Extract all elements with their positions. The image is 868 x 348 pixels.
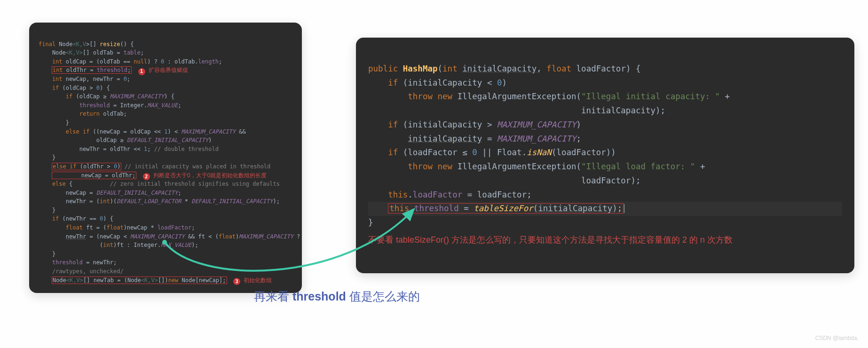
t: ; [127,76,130,82]
text-cursor-icon [624,204,624,213]
t: threshold [79,102,110,109]
badge-2: 2 [143,173,150,180]
t: ((newCap = oldCap << [93,128,165,135]
t: ; [127,67,131,73]
t: >[] [86,41,100,47]
t: [] oldTab = [83,49,124,56]
t [39,259,52,266]
t: throw new [368,92,458,101]
t: float [219,233,236,240]
t: ? [293,233,300,240]
t: MAX_VALUE [161,242,191,248]
t: + [720,92,730,101]
annotation-right: 不要看 tableSizeFor() 方法是怎么写的，只要知道这个方法是寻找大于… [368,233,842,247]
t: if [368,148,403,157]
t: (oldThr > [80,163,114,170]
badge-1: 1 [138,68,145,75]
t: , [73,277,76,284]
t: int [442,64,462,73]
t: /rawtypes, unchecked/ [52,268,124,275]
t: (oldCap > [63,85,96,91]
t: threshold [97,67,127,73]
t: this [368,190,408,199]
t: table [124,49,141,56]
t: + [695,162,705,171]
t: && [236,128,246,135]
t: DEFAULT_INITIAL_CAPACITY [127,137,208,143]
t: else if [39,128,93,135]
t: HashMap [403,64,438,73]
t: 再来看 [254,290,292,303]
t: , [537,64,546,73]
t [39,102,79,109]
t: loadFactor); [368,176,640,185]
t: (initialCapacity > [403,120,497,129]
t: ; [191,224,195,231]
t: new [168,277,182,284]
t: 值是怎么来的 [346,290,420,303]
t: : oldTab. [164,58,198,65]
t: MAXIMUM_CAPACITY [181,128,236,135]
t: ; [178,102,181,109]
t: , [79,41,83,47]
t: newThr [66,233,86,240]
t: newThr = ( [39,198,100,205]
t: . [408,190,413,199]
t: int [100,198,110,205]
t: if [368,120,403,129]
t: = (newCap < [86,233,130,240]
t: = loadFactor; [462,190,532,199]
t: ) { [164,93,174,100]
t: initialCapacity [538,204,612,213]
t: // zero initial threshold signifies usin… [72,181,280,187]
t: V [151,277,155,284]
t: Node [55,41,72,47]
t: } [368,218,373,227]
t: int [103,242,113,248]
t [368,134,408,143]
t: initialCapacity [408,134,482,143]
t: isNaN [527,148,552,157]
redbox-3: Node<K,V>[] newTab = (Node<K,V>[])new No… [52,277,227,284]
t: loadFactor [413,190,462,199]
t: [] newTab = (Node [83,277,141,284]
t: oldCap = (oldTab == [66,58,134,65]
t: initialCapacity [462,64,537,73]
redbox-1: int oldThr = threshold; [52,67,131,73]
t: float [546,64,576,73]
t: (loadFactor ≤ [403,148,473,157]
t: "Illegal initial capacity: " [581,92,720,101]
t: , [72,49,76,56]
t: = newThr; [83,259,117,266]
t [39,268,52,275]
t: ( [438,64,443,73]
t: ) < [168,128,181,135]
t: loadFactor [158,224,191,231]
highlighted-line: this.threshold = tableSizeFor(initialCap… [368,202,842,216]
t: length [198,58,219,65]
t: IllegalArgumentException( [458,92,581,101]
t: if [368,78,403,87]
caption-text: 再来看 threshold 值是怎么来的 [254,289,420,304]
t: 1 [164,128,167,135]
t: < [141,277,144,284]
t: DEFAULT_INITIAL_CAPACITY [191,198,273,205]
watermark: CSDN @lambda. [815,335,859,341]
t: oldTab; [103,111,127,117]
t: = Integer. [110,102,147,109]
t: 0 [472,148,477,157]
t: (loadFactor)) [552,148,616,157]
t: < [66,49,69,56]
t: resize [100,41,120,47]
t: 0 [497,78,502,87]
t: } [39,251,55,257]
t: return [39,111,103,117]
t: ) ? [147,58,161,65]
t: ) [208,137,212,143]
t: ; [178,190,181,196]
t: } [39,119,69,126]
t: if [39,85,63,91]
t: ( [533,204,538,213]
t: ) { [103,215,113,222]
t: MAXIMUM_CAPACITY [239,233,293,240]
